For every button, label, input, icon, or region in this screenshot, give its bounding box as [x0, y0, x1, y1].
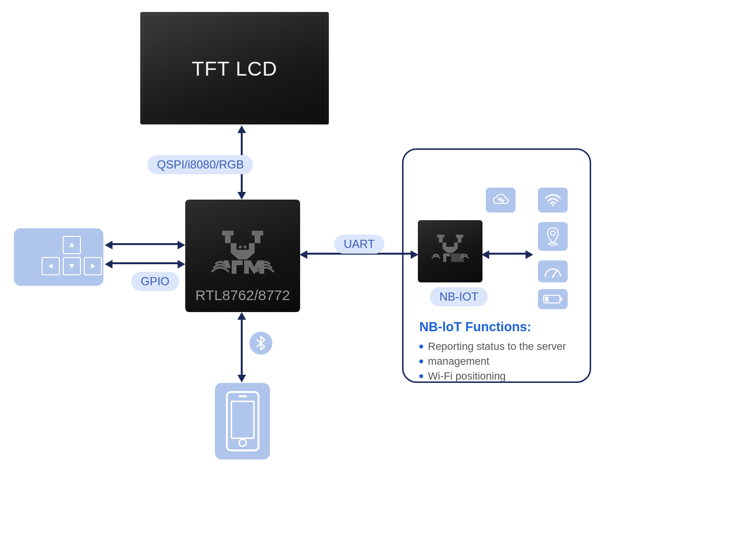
svg-rect-22 [545, 297, 549, 302]
svg-rect-2 [255, 235, 260, 243]
wifi-icon [544, 193, 561, 207]
svg-point-15 [552, 204, 554, 206]
phone-block [215, 383, 270, 459]
nbiot-functions-block: NB-loT Functions: Reporting status to th… [419, 320, 582, 383]
tft-lcd-block: TFT LCD [140, 12, 329, 124]
svg-point-4 [239, 246, 242, 248]
smartphone-icon [226, 391, 259, 451]
dpad-up-key [63, 236, 81, 254]
svg-point-17 [549, 243, 557, 246]
svg-line-18 [553, 271, 557, 277]
svg-rect-21 [561, 298, 562, 301]
arrowhead-left-icon [300, 250, 307, 259]
bluetooth-badge [249, 332, 272, 355]
dpad-down-key [63, 257, 81, 275]
arrowhead-down-icon [237, 375, 246, 382]
wifi-tile [538, 188, 568, 213]
arrowhead-left-icon [105, 241, 112, 249]
dpad-block [14, 228, 103, 286]
arrowhead-up-icon [237, 312, 246, 320]
svg-marker-9 [48, 264, 53, 269]
svg-point-19 [552, 276, 554, 278]
bluetooth-icon [256, 336, 266, 350]
nbiot-function-item: management [419, 354, 582, 369]
location-pin-icon [545, 227, 561, 246]
arrowhead-right-icon [178, 260, 185, 269]
dpad-left-key [42, 257, 60, 275]
cloud-sync-icon [492, 193, 509, 207]
svg-marker-7 [69, 243, 74, 247]
arrowhead-down-icon [237, 192, 246, 200]
chip-label: RTL8762/8772 [195, 287, 290, 303]
arrowhead-up-icon [237, 125, 246, 133]
arrow-dpad-top-line [112, 243, 179, 245]
badge-uart: UART [334, 235, 384, 254]
dpad-right-key [84, 257, 102, 275]
arrow-chip-phone-line [241, 318, 243, 376]
svg-point-16 [551, 231, 555, 235]
badge-gpio: GPIO [131, 272, 179, 291]
cloud-sync-tile [486, 188, 516, 213]
crab-logo-icon [207, 231, 279, 283]
battery-low-icon [543, 294, 563, 304]
svg-rect-1 [222, 231, 234, 235]
svg-marker-10 [91, 264, 95, 269]
battery-tile [538, 289, 568, 309]
nbiot-function-item: Reporting status to the server [419, 339, 582, 354]
svg-point-5 [244, 246, 247, 248]
badge-display-interface: QSPI/i8080/RGB [147, 155, 253, 174]
svg-rect-3 [252, 231, 263, 235]
tft-lcd-label: TFT LCD [192, 57, 278, 80]
main-chip-block: RTL8762/8772 [185, 200, 300, 312]
arrowhead-right-icon [178, 241, 185, 249]
svg-rect-0 [225, 235, 231, 243]
arrow-dpad-bottom-line [112, 262, 179, 264]
nbiot-functions-heading: NB-loT Functions: [419, 320, 582, 335]
nbiot-function-item: Wi-Fi positioning [419, 369, 582, 384]
arrowhead-left-icon [105, 260, 112, 269]
svg-marker-8 [69, 264, 74, 269]
gauge-tile [538, 260, 568, 282]
location-tile [538, 222, 568, 251]
speed-gauge-icon [543, 264, 562, 279]
